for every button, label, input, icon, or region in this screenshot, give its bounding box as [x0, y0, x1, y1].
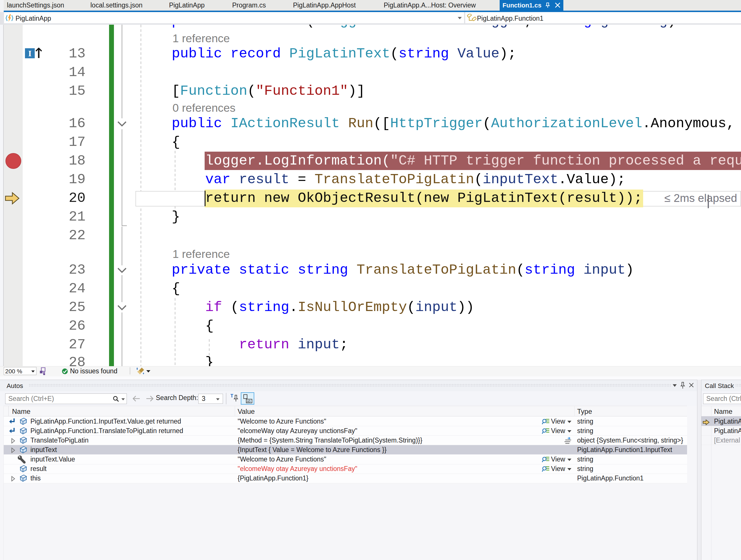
svg-text:T: T	[230, 393, 233, 398]
svg-text:ab: ab	[247, 399, 251, 403]
